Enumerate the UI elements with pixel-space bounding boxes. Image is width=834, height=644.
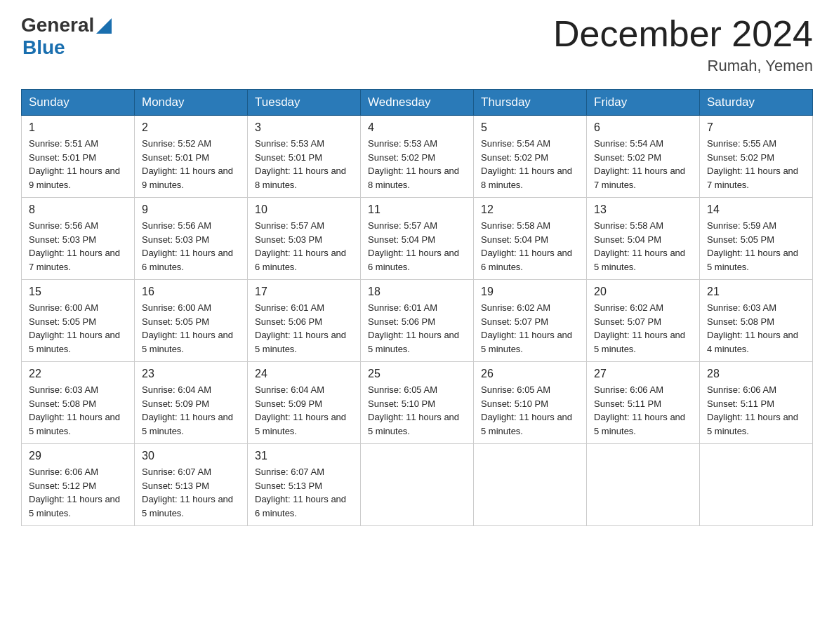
- calendar-cell: 15 Sunrise: 6:00 AM Sunset: 5:05 PM Dayl…: [22, 280, 135, 362]
- day-number: 28: [707, 368, 805, 380]
- day-info: Sunrise: 5:56 AM Sunset: 5:03 PM Dayligh…: [142, 219, 240, 274]
- day-info: Sunrise: 5:59 AM Sunset: 5:05 PM Dayligh…: [707, 219, 805, 274]
- day-number: 27: [594, 368, 692, 380]
- day-number: 20: [594, 286, 692, 298]
- day-number: 25: [368, 368, 466, 380]
- day-info: Sunrise: 6:06 AM Sunset: 5:12 PM Dayligh…: [29, 465, 127, 520]
- calendar-cell: 2 Sunrise: 5:52 AM Sunset: 5:01 PM Dayli…: [135, 116, 248, 198]
- calendar-header-row: Sunday Monday Tuesday Wednesday Thursday…: [22, 90, 813, 116]
- calendar-cell: 4 Sunrise: 5:53 AM Sunset: 5:02 PM Dayli…: [361, 116, 474, 198]
- day-info: Sunrise: 5:57 AM Sunset: 5:03 PM Dayligh…: [255, 219, 353, 274]
- calendar-cell: [361, 444, 474, 526]
- calendar-cell: 23 Sunrise: 6:04 AM Sunset: 5:09 PM Dayl…: [135, 362, 248, 444]
- day-info: Sunrise: 5:56 AM Sunset: 5:03 PM Dayligh…: [29, 219, 127, 274]
- day-info: Sunrise: 6:04 AM Sunset: 5:09 PM Dayligh…: [142, 383, 240, 438]
- day-info: Sunrise: 6:06 AM Sunset: 5:11 PM Dayligh…: [594, 383, 692, 438]
- calendar-title: December 2024: [553, 14, 813, 54]
- day-number: 11: [368, 203, 466, 216]
- day-number: 1: [29, 121, 127, 134]
- day-info: Sunrise: 6:00 AM Sunset: 5:05 PM Dayligh…: [29, 301, 127, 356]
- day-number: 13: [594, 203, 692, 216]
- calendar-cell: [700, 444, 813, 526]
- day-number: 4: [368, 121, 466, 134]
- calendar-week-5: 29 Sunrise: 6:06 AM Sunset: 5:12 PM Dayl…: [22, 444, 813, 526]
- col-thursday: Thursday: [474, 90, 587, 116]
- calendar-cell: 17 Sunrise: 6:01 AM Sunset: 5:06 PM Dayl…: [248, 280, 361, 362]
- calendar-cell: 21 Sunrise: 6:03 AM Sunset: 5:08 PM Dayl…: [700, 280, 813, 362]
- day-info: Sunrise: 5:54 AM Sunset: 5:02 PM Dayligh…: [594, 137, 692, 192]
- calendar-cell: [587, 444, 700, 526]
- title-area: December 2024 Rumah, Yemen: [553, 14, 813, 75]
- logo: General Blue: [21, 14, 112, 59]
- logo-general-text: General: [21, 14, 94, 36]
- calendar-cell: 25 Sunrise: 6:05 AM Sunset: 5:10 PM Dayl…: [361, 362, 474, 444]
- day-number: 3: [255, 121, 353, 134]
- day-info: Sunrise: 6:07 AM Sunset: 5:13 PM Dayligh…: [142, 465, 240, 520]
- col-sunday: Sunday: [22, 90, 135, 116]
- calendar-cell: 14 Sunrise: 5:59 AM Sunset: 5:05 PM Dayl…: [700, 198, 813, 280]
- col-saturday: Saturday: [700, 90, 813, 116]
- calendar-cell: [474, 444, 587, 526]
- day-number: 18: [368, 286, 466, 298]
- calendar-cell: 18 Sunrise: 6:01 AM Sunset: 5:06 PM Dayl…: [361, 280, 474, 362]
- day-info: Sunrise: 6:03 AM Sunset: 5:08 PM Dayligh…: [707, 301, 805, 356]
- calendar-cell: 7 Sunrise: 5:55 AM Sunset: 5:02 PM Dayli…: [700, 116, 813, 198]
- day-number: 31: [255, 450, 353, 462]
- calendar-table: Sunday Monday Tuesday Wednesday Thursday…: [21, 89, 813, 526]
- day-number: 8: [29, 203, 127, 216]
- day-number: 15: [29, 286, 127, 298]
- calendar-week-1: 1 Sunrise: 5:51 AM Sunset: 5:01 PM Dayli…: [22, 116, 813, 198]
- calendar-cell: 28 Sunrise: 6:06 AM Sunset: 5:11 PM Dayl…: [700, 362, 813, 444]
- col-wednesday: Wednesday: [361, 90, 474, 116]
- day-number: 30: [142, 450, 240, 462]
- calendar-cell: 26 Sunrise: 6:05 AM Sunset: 5:10 PM Dayl…: [474, 362, 587, 444]
- day-info: Sunrise: 6:07 AM Sunset: 5:13 PM Dayligh…: [255, 465, 353, 520]
- day-info: Sunrise: 5:57 AM Sunset: 5:04 PM Dayligh…: [368, 219, 466, 274]
- day-number: 23: [142, 368, 240, 380]
- calendar-cell: 1 Sunrise: 5:51 AM Sunset: 5:01 PM Dayli…: [22, 116, 135, 198]
- day-number: 9: [142, 203, 240, 216]
- day-info: Sunrise: 5:53 AM Sunset: 5:01 PM Dayligh…: [255, 137, 353, 192]
- col-tuesday: Tuesday: [248, 90, 361, 116]
- day-number: 24: [255, 368, 353, 380]
- day-info: Sunrise: 6:02 AM Sunset: 5:07 PM Dayligh…: [594, 301, 692, 356]
- day-number: 5: [481, 121, 579, 134]
- day-info: Sunrise: 6:01 AM Sunset: 5:06 PM Dayligh…: [255, 301, 353, 356]
- logo-blue-text: Blue: [22, 36, 65, 59]
- calendar-subtitle: Rumah, Yemen: [553, 57, 813, 75]
- col-friday: Friday: [587, 90, 700, 116]
- calendar-cell: 8 Sunrise: 5:56 AM Sunset: 5:03 PM Dayli…: [22, 198, 135, 280]
- calendar-cell: 16 Sunrise: 6:00 AM Sunset: 5:05 PM Dayl…: [135, 280, 248, 362]
- day-info: Sunrise: 5:58 AM Sunset: 5:04 PM Dayligh…: [481, 219, 579, 274]
- day-info: Sunrise: 6:03 AM Sunset: 5:08 PM Dayligh…: [29, 383, 127, 438]
- calendar-week-3: 15 Sunrise: 6:00 AM Sunset: 5:05 PM Dayl…: [22, 280, 813, 362]
- day-info: Sunrise: 6:04 AM Sunset: 5:09 PM Dayligh…: [255, 383, 353, 438]
- day-number: 21: [707, 286, 805, 298]
- calendar-cell: 10 Sunrise: 5:57 AM Sunset: 5:03 PM Dayl…: [248, 198, 361, 280]
- calendar-cell: 9 Sunrise: 5:56 AM Sunset: 5:03 PM Dayli…: [135, 198, 248, 280]
- day-number: 17: [255, 286, 353, 298]
- day-info: Sunrise: 6:06 AM Sunset: 5:11 PM Dayligh…: [707, 383, 805, 438]
- page-header: General Blue December 2024 Rumah, Yemen: [21, 14, 813, 75]
- day-info: Sunrise: 5:54 AM Sunset: 5:02 PM Dayligh…: [481, 137, 579, 192]
- svg-marker-0: [96, 18, 112, 34]
- calendar-cell: 19 Sunrise: 6:02 AM Sunset: 5:07 PM Dayl…: [474, 280, 587, 362]
- calendar-cell: 22 Sunrise: 6:03 AM Sunset: 5:08 PM Dayl…: [22, 362, 135, 444]
- calendar-cell: 5 Sunrise: 5:54 AM Sunset: 5:02 PM Dayli…: [474, 116, 587, 198]
- calendar-cell: 24 Sunrise: 6:04 AM Sunset: 5:09 PM Dayl…: [248, 362, 361, 444]
- day-info: Sunrise: 5:52 AM Sunset: 5:01 PM Dayligh…: [142, 137, 240, 192]
- day-number: 2: [142, 121, 240, 134]
- calendar-cell: 11 Sunrise: 5:57 AM Sunset: 5:04 PM Dayl…: [361, 198, 474, 280]
- day-info: Sunrise: 6:01 AM Sunset: 5:06 PM Dayligh…: [368, 301, 466, 356]
- day-info: Sunrise: 5:51 AM Sunset: 5:01 PM Dayligh…: [29, 137, 127, 192]
- calendar-week-4: 22 Sunrise: 6:03 AM Sunset: 5:08 PM Dayl…: [22, 362, 813, 444]
- calendar-cell: 29 Sunrise: 6:06 AM Sunset: 5:12 PM Dayl…: [22, 444, 135, 526]
- logo-icon: [96, 18, 112, 34]
- col-monday: Monday: [135, 90, 248, 116]
- calendar-cell: 30 Sunrise: 6:07 AM Sunset: 5:13 PM Dayl…: [135, 444, 248, 526]
- calendar-cell: 31 Sunrise: 6:07 AM Sunset: 5:13 PM Dayl…: [248, 444, 361, 526]
- day-info: Sunrise: 5:58 AM Sunset: 5:04 PM Dayligh…: [594, 219, 692, 274]
- day-info: Sunrise: 6:05 AM Sunset: 5:10 PM Dayligh…: [481, 383, 579, 438]
- calendar-cell: 3 Sunrise: 5:53 AM Sunset: 5:01 PM Dayli…: [248, 116, 361, 198]
- day-info: Sunrise: 6:00 AM Sunset: 5:05 PM Dayligh…: [142, 301, 240, 356]
